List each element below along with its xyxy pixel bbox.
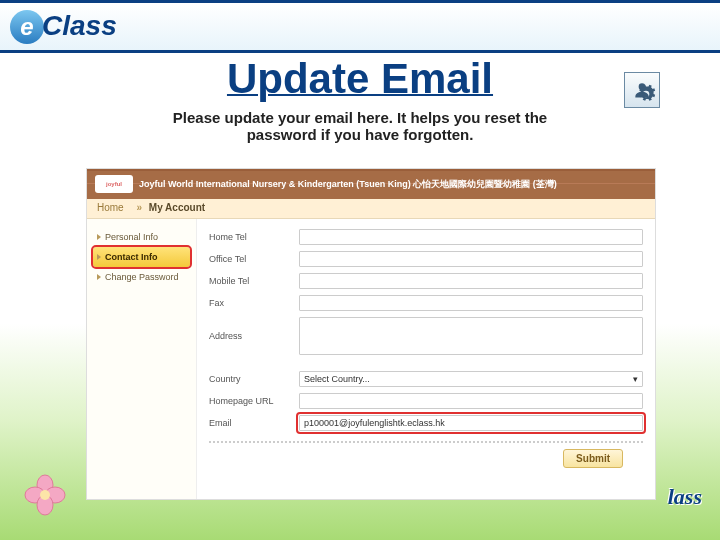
country-label: Country xyxy=(209,374,299,384)
breadcrumb-current: My Account xyxy=(149,202,205,213)
triangle-icon xyxy=(97,234,101,240)
page-subtitle: Please update your email here. It helps … xyxy=(140,109,580,143)
address-input[interactable] xyxy=(299,317,643,355)
eclass-logo: eClass xyxy=(10,10,117,44)
home-tel-input[interactable] xyxy=(299,229,643,245)
email-input[interactable] xyxy=(299,415,643,431)
eclass-logo-bottom: lass xyxy=(668,484,702,510)
fax-label: Fax xyxy=(209,298,299,308)
sidebar-item-personal-info[interactable]: Personal Info xyxy=(93,227,190,247)
sidebar-item-contact-info[interactable]: Contact Info xyxy=(93,247,190,267)
triangle-icon xyxy=(97,254,101,260)
email-label: Email xyxy=(209,418,299,428)
breadcrumb: Home » My Account xyxy=(87,199,655,219)
sidebar: Personal Info Contact Info Change Passwo… xyxy=(87,219,197,500)
mobile-tel-label: Mobile Tel xyxy=(209,276,299,286)
country-select[interactable]: Select Country...▾ xyxy=(299,371,643,387)
submit-button[interactable]: Submit xyxy=(563,449,623,468)
sidebar-item-change-password[interactable]: Change Password xyxy=(93,267,190,287)
school-name: Joyful World International Nursery & Kin… xyxy=(139,178,557,191)
address-label: Address xyxy=(209,331,299,341)
user-settings-icon xyxy=(624,72,660,108)
homepage-input[interactable] xyxy=(299,393,643,409)
school-logo: joyful xyxy=(95,175,133,193)
page-title: Update Email xyxy=(0,55,720,103)
home-tel-label: Home Tel xyxy=(209,232,299,242)
school-banner: joyful Joyful World International Nurser… xyxy=(87,169,655,199)
chevron-down-icon: ▾ xyxy=(633,374,638,384)
app-screenshot: joyful Joyful World International Nurser… xyxy=(86,168,656,500)
mobile-tel-input[interactable] xyxy=(299,273,643,289)
homepage-label: Homepage URL xyxy=(209,396,299,406)
office-tel-label: Office Tel xyxy=(209,254,299,264)
divider xyxy=(209,441,643,443)
breadcrumb-home[interactable]: Home xyxy=(97,202,124,213)
contact-form: Home Tel Office Tel Mobile Tel Fax Addre… xyxy=(197,219,655,500)
flower-decoration xyxy=(20,470,70,520)
triangle-icon xyxy=(97,274,101,280)
svg-point-5 xyxy=(40,490,50,500)
office-tel-input[interactable] xyxy=(299,251,643,267)
breadcrumb-sep: » xyxy=(136,202,142,213)
fax-input[interactable] xyxy=(299,295,643,311)
header-bar: eClass xyxy=(0,3,720,53)
